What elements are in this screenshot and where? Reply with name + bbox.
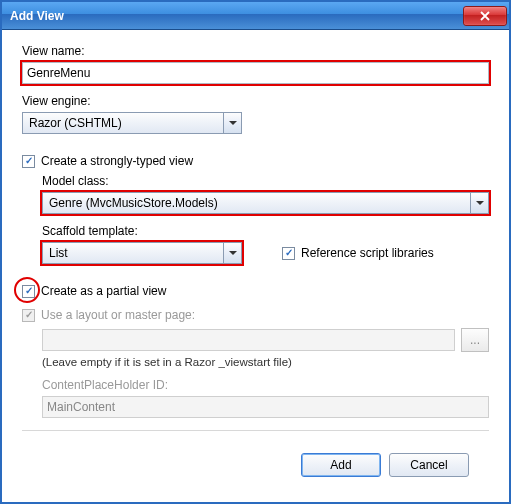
chevron-down-icon	[223, 113, 241, 133]
add-button[interactable]: Add	[301, 453, 381, 477]
layout-label: Use a layout or master page:	[41, 308, 195, 322]
scaffold-combo[interactable]: List	[42, 242, 242, 264]
layout-hint: (Leave empty if it is set in a Razor _vi…	[42, 356, 489, 368]
close-button[interactable]	[463, 6, 507, 26]
model-class-value: Genre (MvcMusicStore.Models)	[49, 196, 218, 210]
window-title: Add View	[10, 9, 64, 23]
scaffold-label: Scaffold template:	[42, 224, 489, 238]
chevron-down-icon	[470, 193, 488, 213]
chevron-down-icon	[223, 243, 241, 263]
ref-scripts-label: Reference script libraries	[301, 246, 434, 260]
cph-label: ContentPlaceHolder ID:	[42, 378, 489, 392]
partial-view-label: Create as a partial view	[41, 284, 166, 298]
cph-input	[42, 396, 489, 418]
strongly-typed-label: Create a strongly-typed view	[41, 154, 193, 168]
layout-path-input	[42, 329, 455, 351]
view-name-input[interactable]	[22, 62, 489, 84]
titlebar: Add View	[2, 2, 509, 30]
view-engine-label: View engine:	[22, 94, 489, 108]
close-icon	[480, 11, 490, 21]
footer: Add Cancel	[22, 443, 489, 477]
strongly-typed-checkbox[interactable]	[22, 155, 35, 168]
model-class-combo[interactable]: Genre (MvcMusicStore.Models)	[42, 192, 489, 214]
dialog-body: View name: View engine: Razor (CSHTML) C…	[2, 30, 509, 489]
view-name-label: View name:	[22, 44, 489, 58]
model-class-label: Model class:	[42, 174, 489, 188]
view-engine-combo[interactable]: Razor (CSHTML)	[22, 112, 242, 134]
layout-row: Use a layout or master page:	[22, 308, 489, 322]
partial-view-row[interactable]: Create as a partial view	[22, 284, 489, 298]
scaffold-value: List	[49, 246, 68, 260]
ref-scripts-checkbox[interactable]	[282, 247, 295, 260]
partial-view-checkbox[interactable]	[22, 285, 35, 298]
cancel-button[interactable]: Cancel	[389, 453, 469, 477]
layout-checkbox	[22, 309, 35, 322]
browse-button: ...	[461, 328, 489, 352]
strongly-typed-row[interactable]: Create a strongly-typed view	[22, 154, 489, 168]
view-engine-value: Razor (CSHTML)	[29, 116, 122, 130]
separator	[22, 430, 489, 431]
ref-scripts-row[interactable]: Reference script libraries	[282, 246, 434, 260]
